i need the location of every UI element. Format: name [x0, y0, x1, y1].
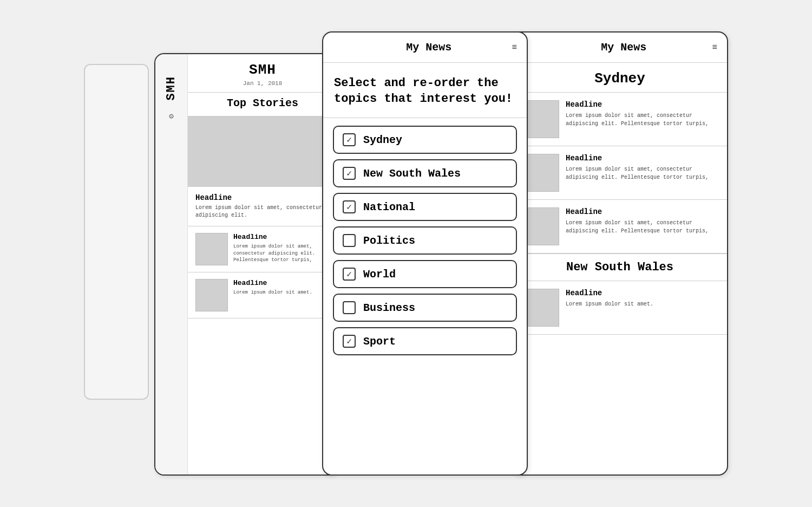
topics-intro: Select and re-order the topics that inte… [323, 63, 527, 118]
topic-item-national[interactable]: ✓ National [333, 193, 517, 221]
topic-item-sport[interactable]: ✓ Sport [333, 327, 517, 355]
news-text-s-2: Headline Lorem ipsum dolor sit amet, con… [566, 207, 718, 235]
news-list-sydney: Headline Lorem ipsum dolor sit amet, con… [513, 93, 727, 253]
checkmark-sydney: ✓ [346, 134, 352, 145]
sketch-left-panel [84, 64, 149, 400]
topic-checkbox-sport[interactable]: ✓ [343, 335, 356, 348]
hamburger-icon-3[interactable]: ≡ [712, 43, 717, 53]
phone-smh: SMH ⚙️ SMH Jan 1, 2018 Top Stories Headl… [154, 53, 338, 476]
topic-label-world: World [363, 268, 396, 281]
topic-checkbox-nsw[interactable]: ✓ [343, 167, 356, 180]
topic-label-nsw: New South Wales [363, 167, 461, 180]
topic-checkbox-politics[interactable] [343, 234, 356, 247]
news-list-nsw: Headline Lorem ipsum dolor sit amet. [513, 281, 727, 335]
phone-3-header: My News ≡ [513, 32, 727, 63]
scene: SMH ⚙️ SMH Jan 1, 2018 Top Stories Headl… [73, 10, 739, 497]
topics-list: ✓ Sydney ✓ New South Wales ✓ National [323, 118, 527, 363]
topic-checkbox-world[interactable]: ✓ [343, 268, 356, 281]
topic-item-nsw[interactable]: ✓ New South Wales [333, 159, 517, 187]
hamburger-icon[interactable]: ≡ [512, 43, 517, 53]
smh-header: SMH Jan 1, 2018 [188, 54, 337, 93]
phone-1-main: SMH Jan 1, 2018 Top Stories Headline Lor… [188, 54, 337, 474]
news-text-s-1: Headline Lorem ipsum dolor sit amet, con… [566, 154, 718, 181]
news-body-s-1: Lorem ipsum dolor sit amet, consectetur … [566, 165, 718, 181]
smh-title: SMH [193, 62, 332, 78]
topic-label-sydney: Sydney [363, 134, 402, 146]
phone-3-title: My News [535, 41, 712, 54]
news-body-s-2: Lorem ipsum dolor sit amet, consectetur … [566, 219, 718, 235]
phone-2-title: My News [346, 41, 512, 54]
smh-article-headline-0: Headline [195, 193, 330, 202]
smh-article-thumb-0: Headline Lorem ipsum dolor sit amet, con… [188, 226, 337, 272]
smh-article-0: Headline Lorem ipsum dolor sit amet, con… [188, 187, 337, 226]
smh-article-thumb-body-0: Lorem ipsum dolor sit amet, consectetur … [233, 243, 330, 264]
phone-mynews: My News ≡ Sydney Headline Lorem ipsum do… [512, 31, 728, 476]
smh-date: Jan 1, 2018 [193, 80, 332, 87]
smh-article-thumb-img-0 [195, 233, 228, 265]
smh-article-thumb-headline-1: Headline [233, 279, 330, 287]
smh-article-thumb-headline-0: Headline [233, 233, 330, 241]
smh-hero-image [188, 116, 337, 187]
news-item-s-2: Headline Lorem ipsum dolor sit amet, con… [513, 200, 727, 253]
topic-item-business[interactable]: Business [333, 294, 517, 322]
topic-checkbox-sydney[interactable]: ✓ [343, 133, 356, 146]
smh-article-thumb-body-1: Lorem ipsum dolor sit amet. [233, 289, 330, 296]
section-heading-sydney: Sydney [513, 63, 727, 93]
sidebar: SMH ⚙️ [155, 54, 188, 474]
topic-label-business: Business [363, 302, 415, 314]
checkmark-nsw: ✓ [346, 168, 352, 179]
news-headline-s-1: Headline [566, 154, 718, 162]
phone-1-inner: SMH ⚙️ SMH Jan 1, 2018 Top Stories Headl… [155, 54, 337, 474]
topic-checkbox-national[interactable]: ✓ [343, 200, 356, 213]
news-item-s-0: Headline Lorem ipsum dolor sit amet, con… [513, 93, 727, 146]
news-body-s-0: Lorem ipsum dolor sit amet, consectetur … [566, 112, 718, 128]
news-headline-s-2: Headline [566, 207, 718, 216]
smh-article-thumb-text-1: Headline Lorem ipsum dolor sit amet. [233, 279, 330, 296]
section-heading-nsw: New South Wales [513, 253, 727, 281]
phone-2-header: My News ≡ [323, 32, 527, 63]
topic-label-politics: Politics [363, 235, 415, 247]
topic-checkbox-business[interactable] [343, 301, 356, 314]
topic-item-sydney[interactable]: ✓ Sydney [333, 126, 517, 154]
smh-article-thumb-img-1 [195, 279, 228, 311]
sidebar-icon: ⚙️ [169, 112, 173, 121]
news-item-s-1: Headline Lorem ipsum dolor sit amet, con… [513, 146, 727, 200]
smh-article-thumb-text-0: Headline Lorem ipsum dolor sit amet, con… [233, 233, 330, 264]
topic-item-politics[interactable]: Politics [333, 226, 517, 255]
topic-item-world[interactable]: ✓ World [333, 260, 517, 288]
smh-section-title: Top Stories [188, 93, 337, 116]
topic-label-national: National [363, 201, 415, 213]
news-text-nsw-0: Headline Lorem ipsum dolor sit amet. [566, 289, 718, 308]
smh-article-body-0: Lorem ipsum dolor sit amet, consectetur … [195, 204, 330, 219]
phone-topics: My News ≡ Select and re-order the topics… [322, 31, 528, 476]
topic-label-sport: Sport [363, 335, 396, 348]
news-headline-s-0: Headline [566, 100, 718, 109]
news-item-nsw-0: Headline Lorem ipsum dolor sit amet. [513, 281, 727, 335]
checkmark-national: ✓ [346, 202, 352, 212]
checkmark-sport: ✓ [346, 336, 352, 347]
smh-article-thumb-1: Headline Lorem ipsum dolor sit amet. [188, 272, 337, 318]
checkmark-world: ✓ [346, 269, 352, 280]
sidebar-logo: SMH [165, 76, 178, 101]
news-headline-nsw-0: Headline [566, 289, 718, 297]
news-text-s-0: Headline Lorem ipsum dolor sit amet, con… [566, 100, 718, 128]
news-body-nsw-0: Lorem ipsum dolor sit amet. [566, 300, 718, 308]
